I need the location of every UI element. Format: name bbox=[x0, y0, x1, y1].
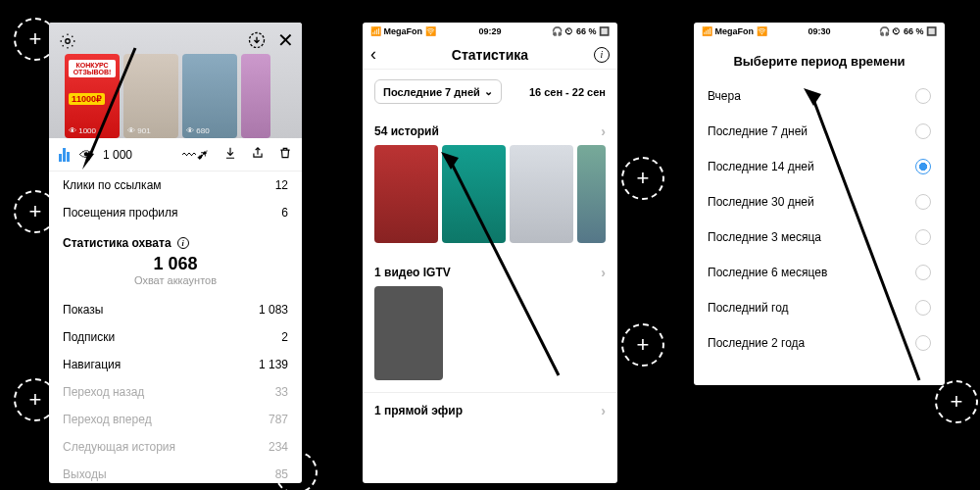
stat-row-impressions: Показы1 083 bbox=[49, 296, 302, 323]
radio-icon bbox=[915, 335, 931, 351]
story-card[interactable]: 👁 901 bbox=[123, 54, 178, 138]
page-title: Статистика bbox=[452, 47, 528, 63]
story-thumb[interactable] bbox=[510, 145, 573, 243]
trend-icon[interactable]: 〰➚ bbox=[182, 148, 210, 162]
panel-insights-overview: 📶 MegaFon 🛜 09:29 🎧 ⏲ 66 % 🔲 ‹ Статистик… bbox=[363, 23, 617, 483]
story-header-area: ✕ КОНКУРС ОТЗЫВОВ! 11000₽ 👁 1000 👁 901 👁… bbox=[49, 23, 302, 138]
period-option-6m[interactable]: Последние 6 месяцев bbox=[694, 255, 945, 290]
stories-strip bbox=[363, 141, 617, 255]
story-thumb[interactable] bbox=[577, 145, 606, 243]
download-icon[interactable] bbox=[223, 146, 237, 163]
period-option-30d[interactable]: Последние 30 дней bbox=[694, 184, 945, 220]
stat-row-follows: Подписки2 bbox=[49, 323, 302, 351]
close-icon[interactable]: ✕ bbox=[277, 28, 294, 52]
story-thumb[interactable] bbox=[442, 145, 506, 243]
igtv-thumb[interactable] bbox=[374, 286, 443, 380]
stat-row-navigation: Навигация1 139 bbox=[49, 351, 302, 378]
section-igtv[interactable]: 1 видео IGTV › bbox=[363, 255, 617, 282]
carrier-label: 📶 MegaFon 🛜 bbox=[702, 26, 767, 36]
period-dropdown[interactable]: Последние 7 дней ⌄ bbox=[374, 79, 502, 104]
chevron-right-icon: › bbox=[601, 403, 606, 418]
story-card[interactable]: 👁 680 bbox=[182, 54, 237, 138]
status-bar: 📶 MegaFon 🛜 09:30 🎧 ⏲ 66 % 🔲 bbox=[694, 23, 945, 40]
radio-icon bbox=[915, 265, 931, 280]
status-time: 09:30 bbox=[808, 26, 830, 36]
info-icon[interactable]: i bbox=[177, 237, 189, 249]
radio-icon bbox=[915, 159, 931, 174]
story-action-bar: 👁 1 000 〰➚ bbox=[49, 138, 302, 172]
radio-icon bbox=[915, 229, 931, 245]
story-card[interactable] bbox=[241, 54, 270, 138]
back-chevron-icon[interactable]: ‹ bbox=[370, 44, 376, 65]
status-bar: 📶 MegaFon 🛜 09:29 🎧 ⏲ 66 % 🔲 bbox=[363, 23, 617, 40]
stat-row-forward: Переход вперед787 bbox=[49, 406, 302, 433]
period-option-2y[interactable]: Последние 2 года bbox=[694, 325, 945, 361]
views-count: 1 000 bbox=[103, 148, 132, 162]
screen-header: ‹ Статистика i bbox=[363, 40, 617, 70]
story-views: 👁 901 bbox=[127, 126, 151, 135]
svg-point-0 bbox=[66, 39, 71, 44]
story-thumb[interactable] bbox=[374, 145, 438, 243]
radio-icon bbox=[915, 194, 931, 210]
battery-label: 🎧 ⏲ 66 % 🔲 bbox=[552, 26, 610, 36]
stat-row-link-clicks: Клики по ссылкам12 bbox=[49, 172, 302, 199]
stat-row-profile-visits: Посещения профиля6 bbox=[49, 199, 302, 226]
trash-icon[interactable] bbox=[278, 146, 292, 163]
story-views: 👁 680 bbox=[186, 126, 210, 135]
eye-icon: 👁 1000 bbox=[69, 126, 96, 135]
sheet-title: Выберите период времени bbox=[694, 40, 945, 78]
period-option-3m[interactable]: Последние 3 месяца bbox=[694, 220, 945, 255]
panel-period-picker: 📶 MegaFon 🛜 09:30 🎧 ⏲ 66 % 🔲 Выберите пе… bbox=[694, 23, 945, 385]
panel-story-insights: ✕ КОНКУРС ОТЗЫВОВ! 11000₽ 👁 1000 👁 901 👁… bbox=[49, 23, 302, 483]
status-time: 09:29 bbox=[478, 26, 501, 36]
eye-icon: 👁 bbox=[79, 148, 93, 162]
carrier-label: 📶 MegaFon 🛜 bbox=[370, 26, 436, 36]
radio-icon bbox=[915, 123, 931, 139]
stat-row-back: Переход назад33 bbox=[49, 378, 302, 406]
story-card[interactable]: КОНКУРС ОТЗЫВОВ! 11000₽ 👁 1000 bbox=[65, 54, 120, 138]
period-option-yesterday[interactable]: Вчера bbox=[694, 78, 945, 114]
stat-row-exits: Выходы85 bbox=[49, 461, 302, 483]
radio-icon bbox=[915, 88, 931, 104]
reach-total: 1 068 Охват аккаунтов bbox=[49, 252, 302, 286]
story-header-text: КОНКУРС ОТЗЫВОВ! bbox=[69, 60, 116, 77]
story-prize-badge: 11000₽ bbox=[69, 93, 105, 105]
story-cards-row: КОНКУРС ОТЗЫВОВ! 11000₽ 👁 1000 👁 901 👁 6… bbox=[49, 50, 302, 138]
period-option-1y[interactable]: Последний год bbox=[694, 290, 945, 325]
section-stories[interactable]: 54 историй › bbox=[363, 114, 617, 141]
share-icon[interactable] bbox=[251, 146, 265, 163]
period-option-7d[interactable]: Последние 7 дней bbox=[694, 114, 945, 149]
insights-chart-icon[interactable] bbox=[59, 148, 70, 162]
radio-icon bbox=[915, 300, 931, 316]
chevron-down-icon: ⌄ bbox=[484, 85, 493, 98]
battery-label: 🎧 ⏲ 66 % 🔲 bbox=[879, 26, 937, 36]
section-reach-header: Статистика охвата i bbox=[49, 226, 302, 252]
chevron-right-icon: › bbox=[601, 123, 606, 139]
stat-row-next-story: Следующая история234 bbox=[49, 433, 302, 461]
date-range-label: 16 сен - 22 сен bbox=[529, 86, 606, 98]
info-icon[interactable]: i bbox=[594, 47, 610, 63]
period-option-14d[interactable]: Последние 14 дней bbox=[694, 149, 945, 184]
chevron-right-icon: › bbox=[601, 265, 606, 280]
section-live[interactable]: 1 прямой эфир › bbox=[363, 393, 617, 420]
filter-row: Последние 7 дней ⌄ 16 сен - 22 сен bbox=[363, 70, 617, 114]
